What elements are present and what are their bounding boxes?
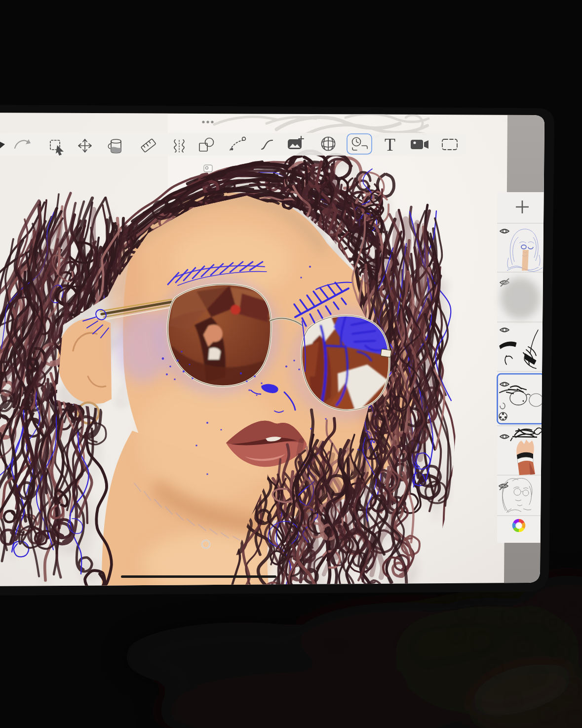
svg-text:T: T: [385, 135, 395, 155]
